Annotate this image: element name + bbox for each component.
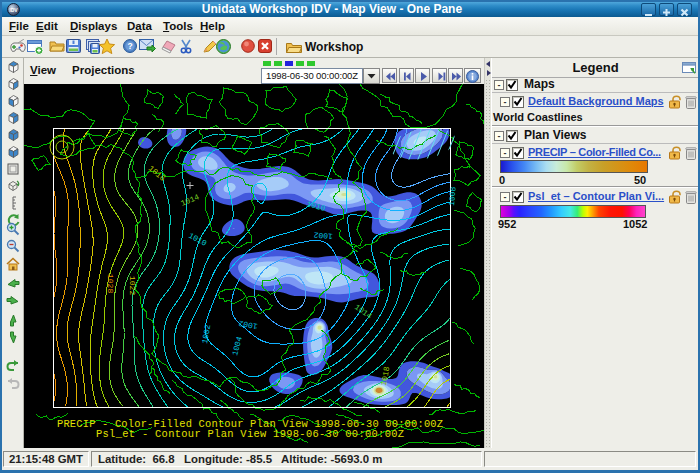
svg-text:Psl_et - Contour Plan View 199: Psl_et - Contour Plan View 1998-06-30 00… (96, 428, 404, 440)
svg-text:1022: 1022 (128, 276, 137, 295)
svg-text:1002: 1002 (313, 230, 333, 241)
svg-text:1028: 1028 (106, 274, 115, 293)
svg-text:?: ? (127, 41, 132, 51)
svg-text:1008: 1008 (447, 186, 458, 206)
